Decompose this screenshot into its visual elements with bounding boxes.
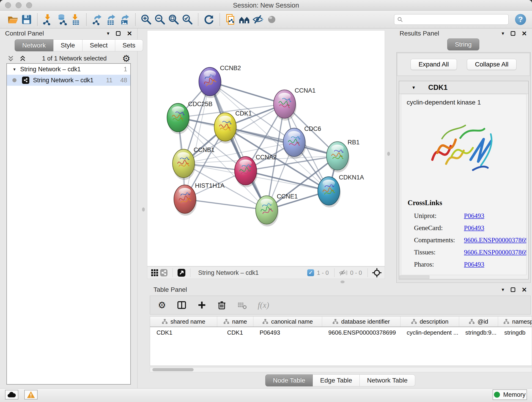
help-button[interactable]: ? <box>515 14 526 25</box>
status-bar: Memory <box>0 388 532 402</box>
tab-network[interactable]: Network <box>15 39 53 51</box>
network-node-CCNB1[interactable]: CCNB1 <box>172 147 215 180</box>
network-canvas[interactable]: CCNB2 CCNA1 CDC25B CDK1 CDC6 R <box>147 30 385 266</box>
column-header-description[interactable]: description <box>400 317 459 327</box>
network-node-CDC6[interactable]: CDC6 <box>283 125 321 159</box>
network-node-HIST1H1A[interactable]: HIST1H1A <box>174 182 225 216</box>
protein-caret-icon[interactable]: ▾ <box>412 85 415 90</box>
float-results-icon[interactable] <box>511 31 515 36</box>
network-node-CCNB2[interactable]: CCNB2 <box>199 65 241 98</box>
collapse-results-icon[interactable]: ▾ <box>501 31 504 36</box>
column-header-namespace[interactable]: namespace <box>498 317 532 327</box>
network-from-document-icon <box>225 14 236 25</box>
results-scrollbar[interactable] <box>399 275 429 279</box>
collection-caret-icon[interactable]: ▾ <box>13 66 16 72</box>
crosslink-link[interactable]: P06493 <box>464 212 484 220</box>
collapse-table-icon[interactable]: ▾ <box>501 287 504 293</box>
column-type-icon <box>262 319 268 324</box>
selected-checkbox-icon[interactable]: ✓ <box>307 269 314 276</box>
table-horizontal-scrollbar[interactable] <box>150 367 532 372</box>
tab-style[interactable]: Style <box>53 39 82 51</box>
birds-eye-view-icon[interactable] <box>177 268 186 277</box>
column-header-canonical-name[interactable]: canonical name <box>253 317 322 327</box>
bottom-splitter-handle[interactable] <box>341 281 345 283</box>
fit-content-button[interactable] <box>167 13 181 26</box>
table-panel-header: Table Panel ▾ ✕ <box>148 285 532 295</box>
tab-node-table[interactable]: Node Table <box>265 375 313 386</box>
open-session-button[interactable] <box>6 13 20 26</box>
table-options-gear-icon[interactable]: ⚙ <box>158 300 166 310</box>
close-results-icon[interactable]: ✕ <box>522 30 527 37</box>
tab-edge-table[interactable]: Edge Table <box>313 375 360 386</box>
show-all-button[interactable] <box>265 13 279 26</box>
import-table-from-file-button[interactable] <box>69 13 82 26</box>
collapse-panel-icon[interactable]: ▾ <box>107 31 109 36</box>
network-node-RB1[interactable]: RB1 <box>326 139 360 172</box>
right-splitter-handle[interactable] <box>387 152 390 156</box>
hide-selected-button[interactable] <box>251 13 265 26</box>
tab-sets[interactable]: Sets <box>115 39 143 51</box>
crosslink-link[interactable]: 9606.ENSP00000378699 <box>464 236 526 244</box>
save-session-button[interactable] <box>20 13 33 26</box>
float-table-icon[interactable] <box>511 287 515 292</box>
protein-structure-image <box>426 112 501 180</box>
network-node-CDKN1A[interactable]: CDKN1A <box>318 174 364 207</box>
close-panel-icon[interactable]: ✕ <box>127 30 132 37</box>
float-panel-icon[interactable] <box>116 31 120 36</box>
network-collection-row[interactable]: ▾ String Network – cdk1 1 <box>7 64 130 75</box>
protein-description: cyclin-dependent kinase 1 <box>407 99 521 106</box>
network-node-CCNE1[interactable]: CCNE1 <box>256 193 298 226</box>
protein-card-header[interactable]: ▾ CDK1 <box>399 81 528 94</box>
close-table-icon[interactable]: ✕ <box>522 286 527 294</box>
column-header-shared-name[interactable]: shared name <box>150 317 217 327</box>
warning-status-button[interactable] <box>24 390 38 400</box>
network-node-CDC25B[interactable]: CDC25B <box>167 101 213 134</box>
refresh-view-button[interactable] <box>202 13 216 26</box>
tab-network-table[interactable]: Network Table <box>360 375 415 386</box>
export-image-button[interactable] <box>118 13 132 26</box>
tab-string[interactable]: String <box>447 38 479 51</box>
crosslink-link[interactable]: P06493 <box>464 261 484 268</box>
column-header-name[interactable]: name <box>217 317 253 327</box>
grid-view-icon[interactable] <box>150 268 159 277</box>
collapse-all-icon[interactable] <box>7 55 15 62</box>
network-node-CCNA1[interactable]: CCNA1 <box>273 87 316 121</box>
network-options-gear-icon[interactable]: ⚙ <box>122 54 130 63</box>
zoom-selected-button[interactable] <box>181 13 194 26</box>
crosslink-row: Uniprot: P06493 <box>407 212 521 220</box>
column-header--id[interactable]: @id <box>459 317 498 327</box>
tab-select[interactable]: Select <box>82 39 115 51</box>
import-network-from-file-button[interactable] <box>41 13 55 26</box>
network-from-document-button[interactable] <box>224 13 237 26</box>
crosslink-link[interactable]: 9606.ENSP00000378699 <box>464 249 526 256</box>
table-row[interactable]: CDK1CDK1P064939606.ENSP00000378699cyclin… <box>150 327 532 338</box>
left-splitter-handle[interactable] <box>142 207 145 211</box>
node-label-HIST1H1A: HIST1H1A <box>195 182 225 189</box>
memory-button[interactable]: Memory <box>493 389 527 400</box>
network-node-CCNA2[interactable]: CCNA2 <box>234 154 277 187</box>
string-home-button[interactable] <box>237 13 251 26</box>
zoom-in-button[interactable] <box>139 13 153 26</box>
collapse-all-button[interactable]: Collapse All <box>467 59 516 70</box>
column-header-database-identifier[interactable]: database identifier <box>322 317 400 327</box>
zoom-out-button[interactable] <box>153 13 167 26</box>
import-network-from-database-button[interactable] <box>55 13 69 26</box>
add-column-icon[interactable] <box>197 300 206 310</box>
table-toolbar: ⚙ f(x) <box>150 296 531 314</box>
fit-selected-crosshair-icon[interactable] <box>372 268 382 278</box>
cloud-status-button[interactable] <box>5 390 18 400</box>
search-box[interactable] <box>394 14 509 25</box>
crosslink-link[interactable]: P06493 <box>464 224 484 232</box>
search-input[interactable] <box>405 16 506 23</box>
delete-column-icon[interactable] <box>217 300 227 310</box>
expand-all-icon[interactable] <box>19 55 27 62</box>
toolbar-buttons <box>6 13 279 26</box>
network-row[interactable]: String Network – cdk1 11 48 <box>7 75 130 86</box>
network-view-mode-icon[interactable] <box>159 268 168 277</box>
export-network-button[interactable] <box>90 13 104 26</box>
show-columns-icon[interactable] <box>177 300 187 310</box>
collection-count: 1 <box>113 66 127 73</box>
expand-all-button[interactable]: Expand All <box>411 59 457 70</box>
export-table-button[interactable] <box>104 13 118 26</box>
table-scrollbar-thumb[interactable] <box>152 368 194 371</box>
